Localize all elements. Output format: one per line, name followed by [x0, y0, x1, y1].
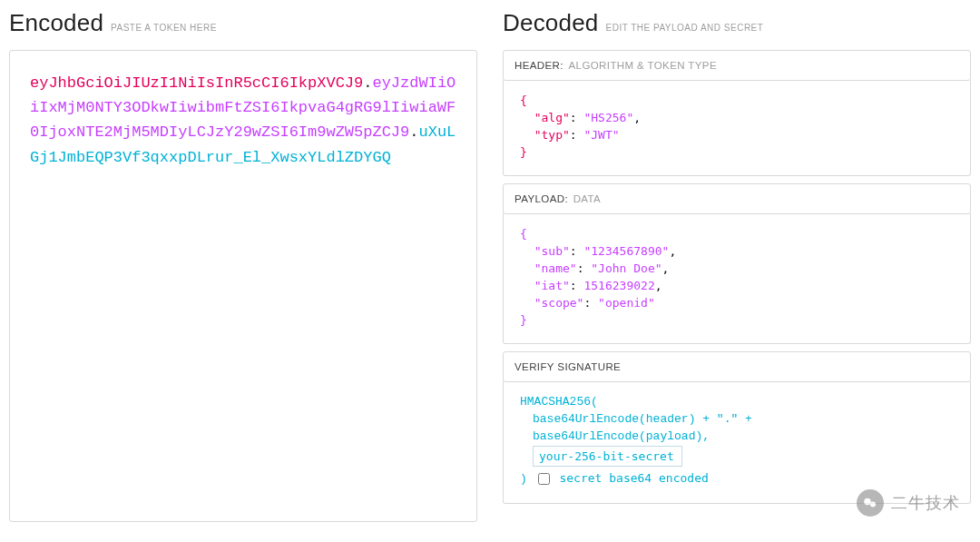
payload-label: PAYLOAD:	[514, 193, 568, 204]
encoded-token-input[interactable]: eyJhbGciOiJIUzI1NiIsInR5cCI6IkpXVCJ9.eyJ…	[9, 50, 477, 522]
payload-section-title: PAYLOAD: DATA	[503, 183, 971, 214]
signature-body: HMACSHA256( base64UrlEncode(header) + ".…	[503, 381, 971, 503]
secret-base64-label: secret base64 encoded	[559, 471, 708, 485]
decoded-column: Decoded EDIT THE PAYLOAD AND SECRET HEAD…	[503, 9, 971, 522]
sig-line2: base64UrlEncode(payload),	[520, 429, 954, 446]
payload-section: PAYLOAD: DATA { "sub": "1234567890", "na…	[503, 183, 971, 344]
sig-secret-row	[520, 446, 954, 467]
encoded-title-row: Encoded PASTE A TOKEN HERE	[9, 9, 477, 37]
sig-close-paren: )	[520, 472, 527, 486]
header-sublabel: ALGORITHM & TOKEN TYPE	[569, 60, 717, 71]
secret-input[interactable]	[533, 446, 682, 467]
sig-line1: base64UrlEncode(header) + "." +	[520, 411, 954, 429]
encoded-title: Encoded	[9, 9, 103, 37]
encoded-subtitle: PASTE A TOKEN HERE	[111, 23, 217, 33]
decoded-title-row: Decoded EDIT THE PAYLOAD AND SECRET	[503, 9, 971, 37]
decoded-title: Decoded	[503, 9, 598, 37]
header-section-title: HEADER: ALGORITHM & TOKEN TYPE	[503, 50, 971, 81]
header-json-editor[interactable]: { "alg": "HS256", "typ": "JWT" }	[503, 80, 971, 176]
jwt-separator-dot: .	[363, 74, 372, 92]
payload-sublabel: DATA	[573, 193, 602, 204]
encoded-column: Encoded PASTE A TOKEN HERE eyJhbGciOiJIU…	[9, 9, 477, 522]
sig-alg-fn: HMACSHA256(	[520, 394, 954, 411]
header-label: HEADER:	[514, 60, 564, 71]
payload-json-editor[interactable]: { "sub": "1234567890", "name": "John Doe…	[503, 213, 971, 344]
signature-section: VERIFY SIGNATURE HMACSHA256( base64UrlEn…	[503, 351, 971, 503]
header-section: HEADER: ALGORITHM & TOKEN TYPE { "alg": …	[503, 50, 971, 176]
jwt-header-segment: eyJhbGciOiJIUzI1NiIsInR5cCI6IkpXVCJ9	[30, 74, 363, 92]
signature-section-title: VERIFY SIGNATURE	[503, 351, 971, 382]
secret-base64-checkbox[interactable]	[538, 473, 550, 485]
signature-label: VERIFY SIGNATURE	[514, 361, 621, 372]
jwt-separator-dot: .	[409, 123, 418, 141]
decoded-subtitle: EDIT THE PAYLOAD AND SECRET	[605, 23, 763, 33]
